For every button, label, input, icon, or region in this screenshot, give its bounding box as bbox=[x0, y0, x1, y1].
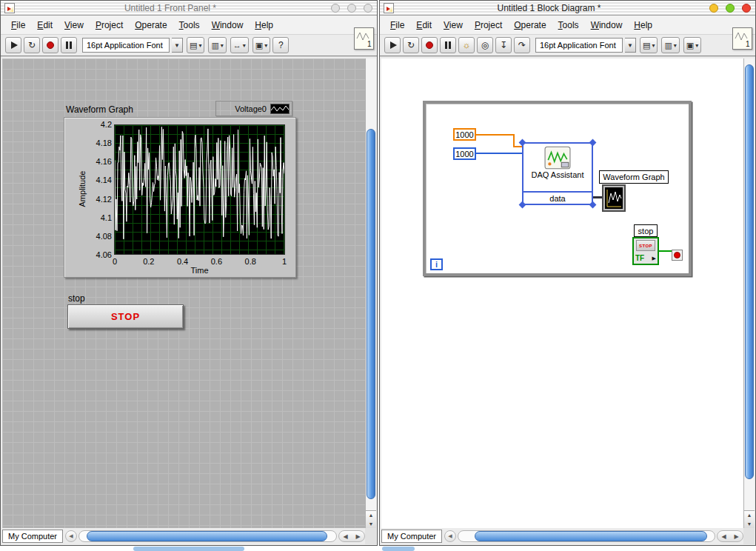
wire-samples-orange[interactable] bbox=[513, 146, 522, 147]
reorder-button[interactable]: ▣▾ bbox=[683, 37, 701, 53]
resize-corner[interactable] bbox=[365, 528, 376, 544]
stop-control-label[interactable]: stop bbox=[68, 293, 85, 304]
vertical-scroll-thumb[interactable] bbox=[745, 64, 754, 479]
scroll-down-icon[interactable]: ▼ bbox=[747, 521, 752, 527]
horizontal-scroll-arrows[interactable]: ◀▶ bbox=[338, 530, 365, 542]
wire-stop-green[interactable] bbox=[659, 250, 672, 252]
vi-corner-icon[interactable]: 1 bbox=[354, 27, 374, 50]
scroll-right-icon[interactable]: ▶ bbox=[734, 533, 738, 540]
waveform-graph-terminal-label[interactable]: Waveform Graph bbox=[599, 170, 669, 184]
zoom-button[interactable] bbox=[726, 4, 735, 13]
font-selector-arrow-icon[interactable]: ▼ bbox=[625, 38, 636, 53]
close-button[interactable] bbox=[742, 4, 751, 13]
front-panel-titlebar[interactable]: Untitled 1 Front Panel * bbox=[1, 1, 377, 16]
execution-target[interactable]: My Computer bbox=[2, 530, 63, 543]
menu-view[interactable]: View bbox=[438, 18, 469, 33]
align-objects-button[interactable]: ▤▾ bbox=[187, 37, 204, 53]
front-panel-canvas[interactable]: Waveform Graph Voltage0 Amplitude 4.24.1… bbox=[2, 59, 367, 528]
menu-view[interactable]: View bbox=[58, 18, 90, 33]
menu-edit[interactable]: Edit bbox=[410, 18, 438, 33]
step-over-button[interactable]: ↷ bbox=[514, 37, 530, 53]
scroll-up-icon[interactable]: ▲ bbox=[369, 512, 374, 518]
plot-style-icon[interactable] bbox=[270, 104, 290, 114]
horizontal-scroll-track[interactable] bbox=[458, 530, 715, 542]
wire-samples-orange[interactable] bbox=[476, 134, 515, 136]
pause-button[interactable] bbox=[440, 37, 456, 53]
horizontal-scroll-thumb[interactable] bbox=[475, 531, 707, 541]
scroll-left-icon[interactable]: ◀ bbox=[721, 533, 726, 540]
menu-project[interactable]: Project bbox=[90, 18, 129, 33]
highlight-execution-button[interactable]: ☼ bbox=[458, 37, 475, 53]
menu-file[interactable]: File bbox=[5, 18, 31, 33]
font-selector[interactable]: 16pt Application Font bbox=[82, 38, 170, 53]
menu-window[interactable]: Window bbox=[206, 18, 250, 33]
scroll-left-icon[interactable]: ◀ bbox=[343, 533, 347, 540]
menu-window[interactable]: Window bbox=[585, 18, 629, 33]
retain-wire-values-button[interactable]: ◎ bbox=[477, 37, 493, 53]
context-help-button[interactable]: ? bbox=[272, 37, 289, 53]
vi-corner-icon[interactable]: 1 bbox=[732, 27, 752, 50]
pause-button[interactable] bbox=[61, 37, 77, 53]
waveform-graph[interactable]: Amplitude 4.24.18 4.164.14 4.124.1 4.084… bbox=[64, 117, 296, 278]
menu-operate[interactable]: Operate bbox=[508, 18, 552, 33]
font-selector[interactable]: 16pt Application Font bbox=[535, 38, 623, 53]
align-objects-button[interactable]: ▤▾ bbox=[640, 37, 658, 53]
menu-tools[interactable]: Tools bbox=[173, 18, 206, 33]
zoom-button[interactable] bbox=[347, 4, 356, 13]
run-continuously-button[interactable]: ↻ bbox=[403, 37, 419, 53]
run-continuously-button[interactable]: ↻ bbox=[24, 37, 40, 53]
font-selector-arrow-icon[interactable]: ▼ bbox=[172, 38, 183, 53]
block-diagram-canvas[interactable]: 1000 1000 DAQ Assistant data bbox=[381, 59, 745, 528]
abort-button[interactable] bbox=[421, 37, 438, 53]
scroll-right-icon[interactable]: ▶ bbox=[355, 533, 360, 540]
abort-button[interactable] bbox=[42, 37, 58, 53]
daq-assistant-body[interactable]: DAQ Assistant bbox=[523, 144, 592, 191]
horizontal-scroll-thumb[interactable] bbox=[87, 531, 327, 541]
wire-data-dynamic[interactable] bbox=[593, 196, 602, 198]
rate-constant[interactable]: 1000 bbox=[453, 147, 476, 160]
plot-legend[interactable]: Voltage0 bbox=[215, 101, 292, 116]
stop-button[interactable]: STOP bbox=[67, 304, 184, 329]
minimize-button[interactable] bbox=[331, 4, 340, 13]
run-button[interactable] bbox=[5, 37, 21, 53]
reorder-button[interactable]: ▣▾ bbox=[252, 37, 270, 53]
iteration-terminal[interactable]: i bbox=[430, 258, 443, 270]
daq-data-output[interactable]: data bbox=[523, 191, 592, 204]
wire-rate-blue[interactable] bbox=[476, 153, 522, 154]
stop-terminal-label[interactable]: stop bbox=[634, 224, 658, 237]
step-into-button[interactable]: ↧ bbox=[495, 37, 512, 53]
scroll-left-button[interactable]: ◀ bbox=[65, 530, 77, 542]
execution-target[interactable]: My Computer bbox=[381, 530, 442, 543]
vertical-scroll-thumb[interactable] bbox=[367, 129, 375, 499]
vertical-scroll-arrows[interactable]: ▲▼ bbox=[366, 510, 376, 528]
menu-operate[interactable]: Operate bbox=[129, 18, 173, 33]
conditional-terminal[interactable] bbox=[672, 250, 683, 261]
vertical-scroll-arrows[interactable]: ▲▼ bbox=[744, 510, 755, 528]
horizontal-scroll-track[interactable] bbox=[78, 530, 337, 542]
plot-area[interactable] bbox=[114, 124, 285, 255]
distribute-objects-button[interactable]: ▥▾ bbox=[208, 37, 226, 53]
front-panel-vertical-scrollbar[interactable]: ▲▼ bbox=[365, 59, 376, 528]
menu-project[interactable]: Project bbox=[469, 18, 508, 33]
daq-assistant-node[interactable]: DAQ Assistant data bbox=[522, 142, 593, 205]
minimize-button[interactable] bbox=[709, 4, 718, 13]
run-button[interactable] bbox=[384, 37, 401, 53]
menu-help[interactable]: Help bbox=[628, 18, 658, 33]
scroll-left-button[interactable]: ◀ bbox=[444, 530, 456, 542]
menu-file[interactable]: File bbox=[384, 18, 410, 33]
scroll-down-icon[interactable]: ▼ bbox=[369, 521, 374, 527]
block-diagram-titlebar[interactable]: Untitled 1 Block Diagram * bbox=[380, 1, 755, 16]
block-diagram-vertical-scrollbar[interactable]: ▲▼ bbox=[743, 59, 755, 528]
scroll-up-icon[interactable]: ▲ bbox=[747, 512, 752, 518]
close-button[interactable] bbox=[364, 4, 372, 13]
stop-terminal[interactable]: STOP TF ▶ bbox=[632, 237, 659, 265]
samples-constant[interactable]: 1000 bbox=[453, 128, 476, 141]
resize-objects-button[interactable]: ↔▾ bbox=[230, 37, 249, 53]
menu-help[interactable]: Help bbox=[249, 18, 279, 33]
waveform-graph-terminal[interactable] bbox=[602, 184, 626, 212]
graph-label[interactable]: Waveform Graph bbox=[66, 104, 133, 115]
resize-corner[interactable] bbox=[743, 528, 755, 544]
distribute-objects-button[interactable]: ▥▾ bbox=[661, 37, 679, 53]
menu-edit[interactable]: Edit bbox=[31, 18, 58, 33]
horizontal-scroll-arrows[interactable]: ◀▶ bbox=[717, 530, 743, 542]
